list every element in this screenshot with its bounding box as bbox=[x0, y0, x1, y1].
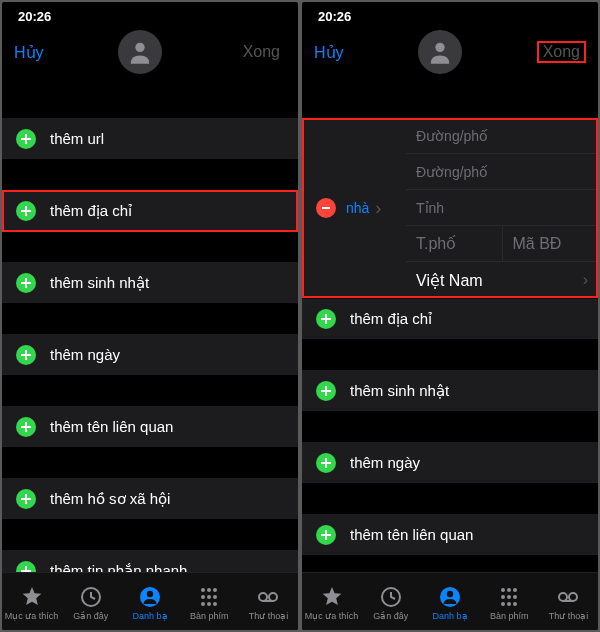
street1-input[interactable]: Đường/phố bbox=[406, 118, 598, 154]
voicemail-icon bbox=[556, 585, 580, 609]
spacer bbox=[2, 232, 298, 262]
svg-point-7 bbox=[135, 43, 144, 52]
chevron-right-icon: › bbox=[583, 271, 588, 289]
tab-label: Danh bạ bbox=[132, 611, 167, 621]
row-label: thêm ngày bbox=[350, 454, 420, 471]
svg-point-41 bbox=[507, 602, 511, 606]
spacer bbox=[302, 484, 598, 514]
tab-favorites[interactable]: Mục ưa thích bbox=[302, 585, 361, 621]
svg-point-40 bbox=[501, 602, 505, 606]
tab-recent[interactable]: Gần đây bbox=[61, 585, 120, 621]
tab-voicemail[interactable]: Thư thoại bbox=[239, 585, 298, 621]
province-input[interactable]: Tỉnh bbox=[406, 190, 598, 226]
svg-point-18 bbox=[207, 602, 211, 606]
tab-label: Danh bạ bbox=[432, 611, 467, 621]
tab-label: Thư thoại bbox=[249, 611, 289, 621]
avatar[interactable] bbox=[118, 30, 162, 74]
svg-point-42 bbox=[513, 602, 517, 606]
done-button[interactable]: Xong bbox=[237, 41, 286, 63]
svg-point-20 bbox=[259, 593, 267, 601]
add-address-row[interactable]: thêm địa chỉ bbox=[302, 298, 598, 340]
add-related-name-row[interactable]: thêm tên liên quan bbox=[2, 406, 298, 448]
spacer bbox=[2, 448, 298, 478]
content-right: nhà › Đường/phố Đường/phố Tỉnh T.phố Mã … bbox=[302, 74, 598, 556]
row-label: thêm tên liên quan bbox=[50, 418, 173, 435]
plus-icon bbox=[316, 381, 336, 401]
star-icon bbox=[20, 585, 44, 609]
spacer bbox=[302, 412, 598, 442]
svg-point-21 bbox=[269, 593, 277, 601]
svg-point-43 bbox=[559, 593, 567, 601]
svg-point-16 bbox=[213, 595, 217, 599]
plus-icon bbox=[316, 309, 336, 329]
tab-contacts[interactable]: Danh bạ bbox=[420, 585, 479, 621]
tab-contacts[interactable]: Danh bạ bbox=[120, 585, 179, 621]
chevron-right-icon: › bbox=[369, 198, 391, 219]
status-bar: 20:26 bbox=[2, 2, 298, 30]
postal-input[interactable]: Mã BĐ bbox=[502, 226, 599, 262]
address-type-row[interactable]: nhà › bbox=[302, 118, 406, 298]
tab-voicemail[interactable]: Thư thoại bbox=[539, 585, 598, 621]
add-date-row[interactable]: thêm ngày bbox=[302, 442, 598, 484]
tab-label: Mục ưa thích bbox=[305, 611, 359, 621]
add-url-row[interactable]: thêm url bbox=[2, 118, 298, 160]
nav-bar: Hủy Xong bbox=[2, 30, 298, 74]
cancel-button[interactable]: Hủy bbox=[14, 43, 44, 62]
svg-point-17 bbox=[201, 602, 205, 606]
row-label: thêm địa chỉ bbox=[350, 310, 432, 328]
row-label: thêm tên liên quan bbox=[350, 526, 473, 543]
svg-point-33 bbox=[447, 590, 453, 596]
row-label: thêm địa chỉ bbox=[50, 202, 132, 220]
plus-icon bbox=[16, 273, 36, 293]
add-birthday-row[interactable]: thêm sinh nhật bbox=[302, 370, 598, 412]
status-bar: 20:26 bbox=[302, 2, 598, 30]
status-time: 20:26 bbox=[318, 9, 351, 24]
phone-right: 20:26 Hủy Xong nhà › Đường/phố Đường/phố… bbox=[302, 2, 598, 630]
svg-point-30 bbox=[435, 43, 444, 52]
plus-icon bbox=[16, 489, 36, 509]
tab-recent[interactable]: Gần đây bbox=[361, 585, 420, 621]
city-input[interactable]: T.phố bbox=[406, 226, 502, 262]
keypad-icon bbox=[497, 585, 521, 609]
phone-left: 20:26 Hủy Xong thêm url thêm địa chỉ thê… bbox=[2, 2, 298, 630]
tab-label: Bàn phím bbox=[490, 611, 529, 621]
add-social-profile-row[interactable]: thêm hồ sơ xã hội bbox=[2, 478, 298, 520]
svg-point-36 bbox=[513, 588, 517, 592]
address-type-label: nhà bbox=[346, 200, 369, 216]
svg-point-11 bbox=[201, 588, 205, 592]
row-label: thêm sinh nhật bbox=[50, 274, 149, 292]
star-icon bbox=[320, 585, 344, 609]
clock-icon bbox=[379, 585, 403, 609]
tab-keypad[interactable]: Bàn phím bbox=[180, 585, 239, 621]
street2-input[interactable]: Đường/phố bbox=[406, 154, 598, 190]
svg-point-34 bbox=[501, 588, 505, 592]
cancel-button[interactable]: Hủy bbox=[314, 43, 344, 62]
svg-point-38 bbox=[507, 595, 511, 599]
spacer bbox=[302, 74, 598, 118]
country-row[interactable]: Việt Nam › bbox=[406, 262, 598, 298]
add-date-row[interactable]: thêm ngày bbox=[2, 334, 298, 376]
tab-favorites[interactable]: Mục ưa thích bbox=[2, 585, 61, 621]
row-label: thêm url bbox=[50, 130, 104, 147]
spacer bbox=[2, 520, 298, 550]
address-block: nhà › Đường/phố Đường/phố Tỉnh T.phố Mã … bbox=[302, 118, 598, 298]
spacer bbox=[2, 160, 298, 190]
tab-keypad[interactable]: Bàn phím bbox=[480, 585, 539, 621]
plus-icon bbox=[316, 525, 336, 545]
spacer bbox=[2, 304, 298, 334]
svg-point-19 bbox=[213, 602, 217, 606]
svg-point-44 bbox=[569, 593, 577, 601]
address-fields: Đường/phố Đường/phố Tỉnh T.phố Mã BĐ Việ… bbox=[406, 118, 598, 298]
add-related-name-row[interactable]: thêm tên liên quan bbox=[302, 514, 598, 556]
add-address-row[interactable]: thêm địa chỉ bbox=[2, 190, 298, 232]
row-label: thêm ngày bbox=[50, 346, 120, 363]
add-birthday-row[interactable]: thêm sinh nhật bbox=[2, 262, 298, 304]
spacer bbox=[2, 376, 298, 406]
tab-label: Gần đây bbox=[73, 611, 108, 621]
avatar[interactable] bbox=[418, 30, 462, 74]
plus-icon bbox=[16, 345, 36, 365]
done-button[interactable]: Xong bbox=[537, 41, 586, 63]
keypad-icon bbox=[197, 585, 221, 609]
minus-icon[interactable] bbox=[316, 198, 336, 218]
country-value: Việt Nam bbox=[416, 271, 483, 290]
